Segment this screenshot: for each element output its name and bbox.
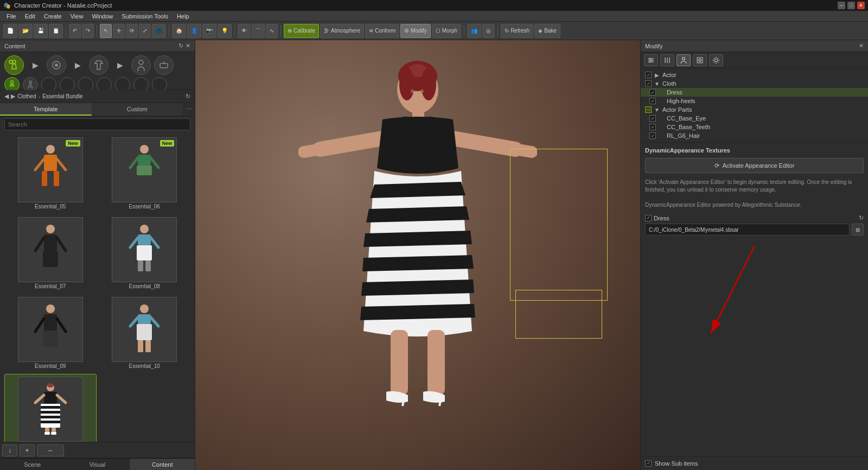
atmosphere-button[interactable]: 🌫 Atmosphere: [320, 24, 364, 38]
tab-content[interactable]: Content: [130, 459, 195, 470]
list-item[interactable]: Essential_07: [4, 214, 97, 292]
scale-tool-button[interactable]: ⤢: [139, 24, 151, 38]
menu-file[interactable]: File: [2, 12, 21, 21]
tab-template[interactable]: Template: [0, 103, 92, 116]
breadcrumb-refresh-icon[interactable]: ↻: [186, 93, 190, 100]
breadcrumb-forward-icon[interactable]: ▶: [11, 93, 15, 100]
rl-hair-checkbox[interactable]: [649, 132, 656, 139]
tree-item-actor-parts[interactable]: ─ ▼ Actor Parts: [641, 105, 868, 114]
tree-item-cc-base-teeth[interactable]: ▶ CC_Base_Teeth: [641, 123, 868, 131]
body-icon-btn[interactable]: [131, 55, 151, 75]
settings-icon-btn[interactable]: [709, 54, 723, 66]
bake-button[interactable]: ◈ Bake: [534, 24, 560, 38]
close-button[interactable]: ✕: [857, 2, 865, 9]
new-file-button[interactable]: 📄: [3, 24, 17, 38]
viewport[interactable]: [195, 40, 640, 470]
cloth-expand[interactable]: ▼: [654, 80, 660, 87]
cc-teeth-checkbox[interactable]: [649, 124, 656, 130]
breadcrumb-clothed[interactable]: Clothed: [17, 93, 36, 99]
tab-custom[interactable]: Custom: [92, 103, 183, 116]
morph-button[interactable]: ⬡ Morph: [432, 24, 461, 38]
save-as-button[interactable]: 📋: [49, 24, 63, 38]
maximize-button[interactable]: □: [847, 2, 855, 9]
open-file-button[interactable]: 📂: [18, 24, 33, 38]
move-tool-button[interactable]: ✛: [113, 24, 125, 38]
list-item[interactable]: Essential_10: [99, 294, 191, 372]
add-content-button[interactable]: +: [20, 444, 35, 456]
download-button[interactable]: ↓: [2, 444, 17, 456]
list-item[interactable]: Natalie: [4, 374, 97, 442]
menu-edit[interactable]: Edit: [21, 12, 40, 21]
breadcrumb-back-icon[interactable]: ◀: [4, 93, 9, 100]
tree-item-cloth[interactable]: ▼ Cloth: [641, 79, 868, 88]
morph-icon-btn[interactable]: [47, 55, 66, 75]
list-item[interactable]: Essential_08: [99, 214, 191, 292]
right-panel-close-icon[interactable]: ✕: [859, 42, 864, 49]
search-input[interactable]: [4, 118, 190, 130]
activate-appearance-button[interactable]: ⟳ Activate Appearance Editor: [645, 158, 864, 173]
breadcrumb-essential-bundle[interactable]: Essential Bundle: [42, 93, 83, 99]
cloth-icon-btn[interactable]: [89, 55, 108, 75]
light-button[interactable]: 💡: [218, 24, 232, 38]
tree-item-actor[interactable]: ▶ Actor: [641, 71, 868, 79]
home-button[interactable]: 🏠: [172, 24, 186, 38]
browse-button[interactable]: ⊞: [852, 224, 864, 236]
tab-visual[interactable]: Visual: [65, 459, 130, 470]
content-close-icon[interactable]: ✕: [186, 42, 190, 49]
menu-help[interactable]: Help: [173, 12, 194, 21]
menu-submission-tools[interactable]: Submission Tools: [118, 12, 173, 21]
actor-settings-button[interactable]: 👥: [467, 24, 481, 38]
person-outline-icon-btn[interactable]: [676, 54, 691, 66]
person-view-button[interactable]: 👤: [187, 24, 201, 38]
tree-item-high-heels[interactable]: ▶ High-heels: [641, 97, 868, 105]
tab-options-btn[interactable]: ⋯: [183, 103, 195, 116]
grid-icon-btn[interactable]: [693, 54, 707, 66]
dress-refresh-icon[interactable]: ↻: [859, 214, 864, 221]
actor-checkbox[interactable]: [645, 72, 652, 78]
undo-button[interactable]: ↶: [69, 24, 81, 38]
menu-window[interactable]: Window: [87, 12, 117, 21]
modify-button[interactable]: ⚙ Modify: [400, 24, 430, 38]
view-outline-button[interactable]: ∿: [266, 24, 278, 38]
high-heels-checkbox[interactable]: [649, 98, 656, 104]
calibrate-button[interactable]: ⊕ Calibrate: [284, 24, 319, 38]
replace-button[interactable]: ↔: [37, 444, 64, 456]
right-toolbar: [641, 52, 868, 68]
dress-section-checkbox[interactable]: [645, 215, 652, 221]
character-icon[interactable]: [4, 55, 24, 75]
tab-scene[interactable]: Scene: [0, 459, 65, 470]
actor-expand[interactable]: ▶: [654, 72, 660, 78]
actor-parts-expand[interactable]: ▼: [654, 106, 660, 113]
menu-create[interactable]: Create: [40, 12, 66, 21]
refresh-button[interactable]: ↻ Refresh: [501, 24, 533, 38]
tree-item-dress[interactable]: ▶ Dress: [641, 88, 868, 97]
list-item[interactable]: New Essential_06: [99, 135, 191, 212]
minimize-button[interactable]: ─: [838, 2, 845, 9]
svg-point-87: [682, 57, 685, 60]
save-file-button[interactable]: 💾: [34, 24, 48, 38]
accessory-icon-btn[interactable]: [154, 55, 174, 75]
camera-button[interactable]: 📷: [202, 24, 216, 38]
list-item[interactable]: Essential_09: [4, 294, 97, 372]
sliders-icon-btn[interactable]: [644, 54, 658, 66]
conform-button[interactable]: ≋ Conform: [365, 24, 399, 38]
show-sub-items-checkbox[interactable]: [645, 460, 652, 467]
view-mode-button[interactable]: 👁: [238, 24, 251, 38]
tree-item-rl-g6-hair[interactable]: ▶ RL_G6_Hair: [641, 131, 868, 140]
content-refresh-icon[interactable]: ↻: [178, 42, 183, 49]
select-tool-button[interactable]: ↖: [100, 24, 112, 38]
equalizer-icon-btn[interactable]: [660, 54, 674, 66]
rotate-tool-button[interactable]: ⟳: [126, 24, 138, 38]
menu-view[interactable]: View: [66, 12, 88, 21]
list-item[interactable]: New Essential_05: [4, 135, 97, 212]
cloth-tool-button[interactable]: 🧥: [152, 24, 166, 38]
redo-button[interactable]: ↷: [82, 24, 94, 38]
physics-button[interactable]: ◎: [482, 24, 495, 38]
tree-item-cc-base-eye[interactable]: ▶ CC_Base_Eye: [641, 114, 868, 123]
cc-eye-checkbox[interactable]: [649, 115, 656, 122]
cloth-checkbox[interactable]: [645, 80, 652, 87]
view-style-button[interactable]: ⌒: [252, 24, 265, 38]
actor-parts-checkbox[interactable]: ─: [645, 106, 652, 113]
sbsar-path-input[interactable]: [645, 224, 850, 236]
dress-tree-checkbox[interactable]: [649, 89, 656, 96]
